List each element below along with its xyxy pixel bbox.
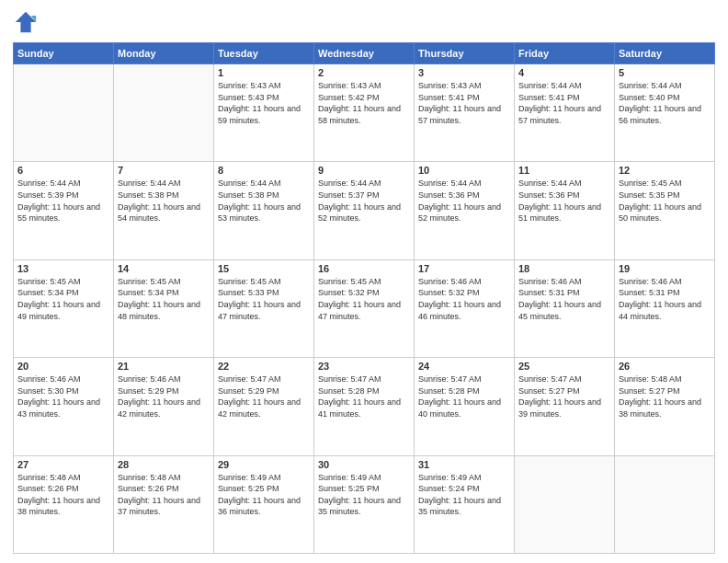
- day-number: 13: [17, 263, 109, 274]
- day-info: Sunrise: 5:46 AM Sunset: 5:32 PM Dayligh…: [418, 276, 510, 322]
- day-info: Sunrise: 5:47 AM Sunset: 5:28 PM Dayligh…: [318, 373, 410, 419]
- day-info: Sunrise: 5:48 AM Sunset: 5:27 PM Dayligh…: [619, 373, 711, 419]
- calendar-week-row: 27Sunrise: 5:48 AM Sunset: 5:26 PM Dayli…: [14, 455, 715, 553]
- calendar-cell: 11Sunrise: 5:44 AM Sunset: 5:36 PM Dayli…: [515, 162, 615, 259]
- calendar-cell: 26Sunrise: 5:48 AM Sunset: 5:27 PM Dayli…: [615, 358, 715, 455]
- day-info: Sunrise: 5:45 AM Sunset: 5:34 PM Dayligh…: [17, 276, 109, 322]
- day-info: Sunrise: 5:44 AM Sunset: 5:39 PM Dayligh…: [17, 178, 109, 224]
- day-number: 19: [619, 263, 711, 274]
- day-number: 22: [218, 361, 310, 372]
- calendar-cell: 18Sunrise: 5:46 AM Sunset: 5:31 PM Dayli…: [515, 259, 615, 357]
- day-number: 25: [518, 361, 610, 372]
- day-info: Sunrise: 5:43 AM Sunset: 5:41 PM Dayligh…: [418, 80, 510, 126]
- day-info: Sunrise: 5:47 AM Sunset: 5:29 PM Dayligh…: [218, 373, 310, 419]
- logo-icon: [13, 9, 39, 35]
- calendar-cell: 8Sunrise: 5:44 AM Sunset: 5:38 PM Daylig…: [214, 162, 314, 259]
- day-info: Sunrise: 5:49 AM Sunset: 5:24 PM Dayligh…: [418, 472, 510, 518]
- calendar-week-row: 6Sunrise: 5:44 AM Sunset: 5:39 PM Daylig…: [14, 162, 715, 259]
- day-number: 10: [418, 165, 510, 176]
- day-number: 27: [17, 459, 109, 470]
- calendar-cell: 6Sunrise: 5:44 AM Sunset: 5:39 PM Daylig…: [14, 162, 114, 259]
- calendar-header-monday: Monday: [114, 43, 214, 64]
- calendar-cell: 30Sunrise: 5:49 AM Sunset: 5:25 PM Dayli…: [314, 455, 415, 553]
- calendar-cell: 19Sunrise: 5:46 AM Sunset: 5:31 PM Dayli…: [615, 259, 715, 357]
- calendar-cell: 7Sunrise: 5:44 AM Sunset: 5:38 PM Daylig…: [114, 162, 214, 259]
- day-number: 6: [17, 165, 109, 176]
- svg-marker-0: [16, 12, 36, 32]
- calendar-cell: 16Sunrise: 5:45 AM Sunset: 5:32 PM Dayli…: [314, 259, 415, 357]
- day-info: Sunrise: 5:48 AM Sunset: 5:26 PM Dayligh…: [118, 472, 210, 518]
- calendar-cell: [14, 64, 114, 162]
- calendar-cell: 31Sunrise: 5:49 AM Sunset: 5:24 PM Dayli…: [415, 455, 515, 553]
- calendar-cell: [114, 64, 214, 162]
- day-number: 30: [318, 459, 410, 470]
- day-number: 31: [418, 459, 510, 470]
- calendar-cell: 2Sunrise: 5:43 AM Sunset: 5:42 PM Daylig…: [314, 64, 415, 162]
- day-info: Sunrise: 5:45 AM Sunset: 5:32 PM Dayligh…: [318, 276, 410, 322]
- day-number: 17: [418, 263, 510, 274]
- day-info: Sunrise: 5:46 AM Sunset: 5:31 PM Dayligh…: [518, 276, 610, 322]
- day-info: Sunrise: 5:47 AM Sunset: 5:28 PM Dayligh…: [418, 373, 510, 419]
- day-number: 24: [418, 361, 510, 372]
- day-number: 20: [17, 361, 109, 372]
- calendar-cell: 15Sunrise: 5:45 AM Sunset: 5:33 PM Dayli…: [214, 259, 314, 357]
- day-info: Sunrise: 5:46 AM Sunset: 5:31 PM Dayligh…: [619, 276, 711, 322]
- calendar-header-thursday: Thursday: [415, 43, 515, 64]
- calendar-header-wednesday: Wednesday: [314, 43, 415, 64]
- calendar-cell: [515, 455, 615, 553]
- calendar-cell: 12Sunrise: 5:45 AM Sunset: 5:35 PM Dayli…: [615, 162, 715, 259]
- day-number: 11: [518, 165, 610, 176]
- calendar-cell: 5Sunrise: 5:44 AM Sunset: 5:40 PM Daylig…: [615, 64, 715, 162]
- calendar-cell: 27Sunrise: 5:48 AM Sunset: 5:26 PM Dayli…: [14, 455, 114, 553]
- day-number: 26: [619, 361, 711, 372]
- calendar-cell: [615, 455, 715, 553]
- day-info: Sunrise: 5:46 AM Sunset: 5:30 PM Dayligh…: [17, 373, 109, 419]
- day-number: 9: [318, 165, 410, 176]
- day-info: Sunrise: 5:46 AM Sunset: 5:29 PM Dayligh…: [118, 373, 210, 419]
- calendar-week-row: 20Sunrise: 5:46 AM Sunset: 5:30 PM Dayli…: [14, 358, 715, 455]
- calendar-header-friday: Friday: [515, 43, 615, 64]
- day-number: 29: [218, 459, 310, 470]
- calendar-header-sunday: Sunday: [14, 43, 114, 64]
- day-info: Sunrise: 5:45 AM Sunset: 5:34 PM Dayligh…: [118, 276, 210, 322]
- day-number: 7: [118, 165, 210, 176]
- day-info: Sunrise: 5:44 AM Sunset: 5:38 PM Dayligh…: [218, 178, 310, 224]
- day-info: Sunrise: 5:47 AM Sunset: 5:27 PM Dayligh…: [518, 373, 610, 419]
- day-info: Sunrise: 5:45 AM Sunset: 5:33 PM Dayligh…: [218, 276, 310, 322]
- calendar-cell: 10Sunrise: 5:44 AM Sunset: 5:36 PM Dayli…: [415, 162, 515, 259]
- calendar-cell: 29Sunrise: 5:49 AM Sunset: 5:25 PM Dayli…: [214, 455, 314, 553]
- calendar-cell: 17Sunrise: 5:46 AM Sunset: 5:32 PM Dayli…: [415, 259, 515, 357]
- calendar-header-saturday: Saturday: [615, 43, 715, 64]
- calendar-cell: 28Sunrise: 5:48 AM Sunset: 5:26 PM Dayli…: [114, 455, 214, 553]
- day-info: Sunrise: 5:49 AM Sunset: 5:25 PM Dayligh…: [218, 472, 310, 518]
- calendar-header-tuesday: Tuesday: [214, 43, 314, 64]
- day-number: 15: [218, 263, 310, 274]
- calendar-cell: 1Sunrise: 5:43 AM Sunset: 5:43 PM Daylig…: [214, 64, 314, 162]
- day-number: 3: [418, 67, 510, 78]
- day-info: Sunrise: 5:44 AM Sunset: 5:40 PM Dayligh…: [619, 80, 711, 126]
- day-info: Sunrise: 5:44 AM Sunset: 5:41 PM Dayligh…: [518, 80, 610, 126]
- day-number: 16: [318, 263, 410, 274]
- calendar-cell: 9Sunrise: 5:44 AM Sunset: 5:37 PM Daylig…: [314, 162, 415, 259]
- calendar-cell: 23Sunrise: 5:47 AM Sunset: 5:28 PM Dayli…: [314, 358, 415, 455]
- day-info: Sunrise: 5:45 AM Sunset: 5:35 PM Dayligh…: [619, 178, 711, 224]
- logo: [13, 9, 42, 35]
- day-number: 21: [118, 361, 210, 372]
- day-info: Sunrise: 5:44 AM Sunset: 5:36 PM Dayligh…: [518, 178, 610, 224]
- calendar-week-row: 1Sunrise: 5:43 AM Sunset: 5:43 PM Daylig…: [14, 64, 715, 162]
- day-number: 8: [218, 165, 310, 176]
- day-info: Sunrise: 5:48 AM Sunset: 5:26 PM Dayligh…: [17, 472, 109, 518]
- calendar-cell: 3Sunrise: 5:43 AM Sunset: 5:41 PM Daylig…: [415, 64, 515, 162]
- calendar-cell: 24Sunrise: 5:47 AM Sunset: 5:28 PM Dayli…: [415, 358, 515, 455]
- day-info: Sunrise: 5:49 AM Sunset: 5:25 PM Dayligh…: [318, 472, 410, 518]
- page: SundayMondayTuesdayWednesdayThursdayFrid…: [0, 0, 728, 563]
- day-number: 18: [518, 263, 610, 274]
- day-number: 1: [218, 67, 310, 78]
- day-info: Sunrise: 5:44 AM Sunset: 5:37 PM Dayligh…: [318, 178, 410, 224]
- calendar-table: SundayMondayTuesdayWednesdayThursdayFrid…: [13, 42, 715, 554]
- day-info: Sunrise: 5:43 AM Sunset: 5:43 PM Dayligh…: [218, 80, 310, 126]
- calendar-cell: 22Sunrise: 5:47 AM Sunset: 5:29 PM Dayli…: [214, 358, 314, 455]
- calendar-cell: 21Sunrise: 5:46 AM Sunset: 5:29 PM Dayli…: [114, 358, 214, 455]
- day-info: Sunrise: 5:44 AM Sunset: 5:38 PM Dayligh…: [118, 178, 210, 224]
- calendar-cell: 13Sunrise: 5:45 AM Sunset: 5:34 PM Dayli…: [14, 259, 114, 357]
